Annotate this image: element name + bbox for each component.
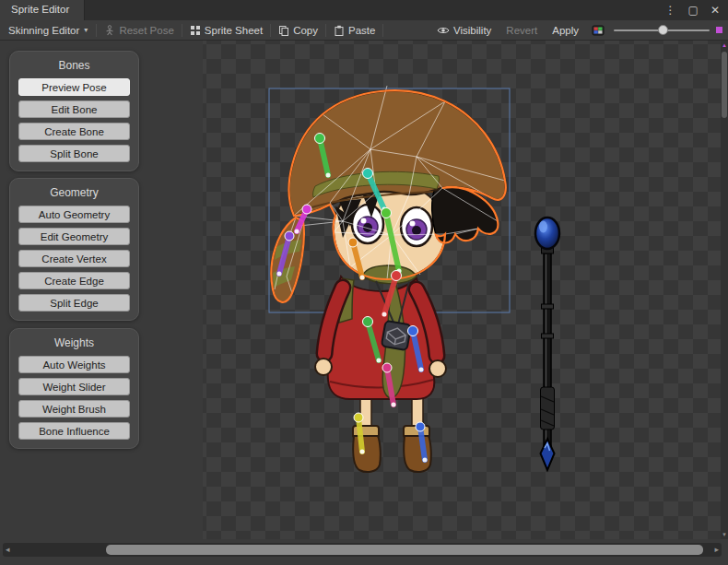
color-channels-icon[interactable] — [592, 25, 605, 36]
zoom-slider-track[interactable] — [614, 29, 710, 31]
zoom-overlay-icon[interactable] — [716, 27, 722, 33]
menu-dots-icon[interactable]: ⋮ — [665, 5, 676, 16]
preview-pose-button[interactable]: Preview Pose — [18, 78, 130, 96]
visibility-label: Visibility — [453, 25, 491, 36]
tab-sprite-editor[interactable]: Sprite Editor — [0, 0, 85, 20]
apply-label: Apply — [552, 25, 579, 36]
geometry-panel-title: Geometry — [18, 186, 130, 199]
eye-icon — [437, 25, 450, 36]
revert-label: Revert — [506, 25, 537, 36]
reset-pose-icon — [104, 25, 115, 36]
scroll-up-arrow[interactable]: ▴ — [721, 41, 728, 50]
scroll-left-arrow[interactable]: ◂ — [6, 544, 10, 556]
toolbar-separator — [382, 24, 383, 37]
horizontal-scrollbar-thumb[interactable] — [106, 545, 703, 555]
apply-button[interactable]: Apply — [545, 20, 586, 40]
reset-pose-button[interactable]: Reset Pose — [97, 20, 181, 40]
skinning-editor-label: Skinning Editor — [8, 25, 79, 36]
weight-brush-button[interactable]: Weight Brush — [18, 400, 130, 418]
sprite-sheet-button[interactable]: Sprite Sheet — [182, 20, 270, 40]
copy-icon — [278, 25, 289, 36]
weights-panel-title: Weights — [18, 336, 130, 349]
edit-geometry-button[interactable]: Edit Geometry — [18, 228, 130, 245]
zoom-slider[interactable] — [614, 27, 722, 33]
copy-button[interactable]: Copy — [271, 20, 325, 40]
edit-bone-button[interactable]: Edit Bone — [18, 100, 130, 118]
bones-panel-title: Bones — [18, 59, 130, 72]
weight-slider-button[interactable]: Weight Slider — [18, 378, 130, 395]
toolbar: Skinning Editor ▾ Reset Pose Sprite Shee… — [0, 20, 728, 41]
paste-icon — [334, 25, 345, 36]
copy-label: Copy — [293, 25, 318, 36]
chevron-down-icon: ▾ — [84, 26, 88, 34]
horizontal-scrollbar[interactable]: ◂ ▸ — [3, 543, 722, 557]
paste-label: Paste — [348, 25, 375, 36]
window-title: Sprite Editor — [11, 4, 69, 15]
skinning-editor-dropdown[interactable]: Skinning Editor ▾ — [0, 20, 96, 40]
visibility-button[interactable]: Visibility — [429, 20, 499, 40]
maximize-icon[interactable]: ▢ — [688, 5, 699, 16]
vertical-scrollbar[interactable]: ▴ ▾ — [721, 41, 728, 539]
create-edge-button[interactable]: Create Edge — [18, 272, 130, 289]
geometry-panel: Geometry Auto Geometry Edit Geometry Cre… — [9, 178, 139, 321]
weights-panel: Weights Auto Weights Weight Slider Weigh… — [9, 328, 139, 449]
reset-pose-label: Reset Pose — [119, 25, 173, 36]
auto-weights-button[interactable]: Auto Weights — [18, 356, 130, 373]
paste-button[interactable]: Paste — [326, 20, 382, 40]
sprite-editor-window: Sprite Editor ⋮ ▢ ✕ Skinning Editor ▾ Re… — [0, 0, 728, 565]
scroll-right-arrow[interactable]: ▸ — [714, 544, 719, 556]
scroll-down-arrow[interactable]: ▾ — [721, 530, 728, 539]
create-vertex-button[interactable]: Create Vertex — [18, 250, 130, 267]
bone-influence-button[interactable]: Bone Influence — [18, 422, 130, 440]
zoom-slider-knob[interactable] — [658, 25, 668, 35]
revert-button[interactable]: Revert — [499, 20, 545, 40]
split-edge-button[interactable]: Split Edge — [18, 294, 130, 312]
close-icon[interactable]: ✕ — [710, 5, 720, 16]
vertical-scrollbar-thumb[interactable] — [722, 52, 727, 118]
bottom-bar: ◂ ▸ — [0, 539, 728, 565]
sprite-sheet-label: Sprite Sheet — [205, 25, 263, 36]
create-bone-button[interactable]: Create Bone — [18, 123, 130, 140]
split-bone-button[interactable]: Split Bone — [18, 145, 130, 162]
auto-geometry-button[interactable]: Auto Geometry — [18, 206, 130, 223]
titlebar: Sprite Editor ⋮ ▢ ✕ — [0, 0, 728, 20]
bones-panel: Bones Preview Pose Edit Bone Create Bone… — [9, 51, 139, 171]
sprite-sheet-icon — [190, 25, 201, 36]
